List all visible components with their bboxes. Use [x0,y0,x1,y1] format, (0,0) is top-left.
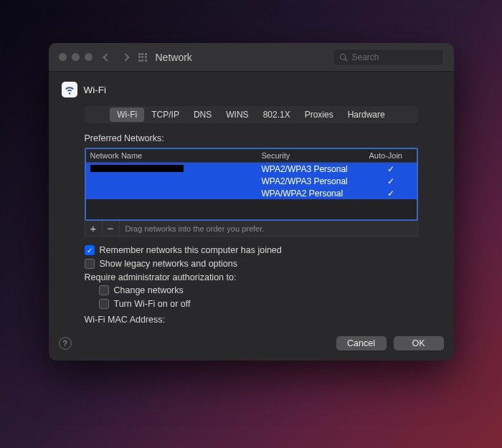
table-row[interactable]: WPA2/WPA3 Personal ✓ [86,175,417,187]
table-row[interactable]: WPA/WPA2 Personal ✓ [86,187,417,199]
page-header: Wi-Fi [62,82,441,97]
tab-hardware[interactable]: Hardware [341,108,392,122]
preferred-networks-table[interactable]: Network Name Security Auto-Join WPA2/WPA… [85,148,418,221]
minimize-window-button[interactable] [72,53,80,61]
ok-button[interactable]: OK [394,336,444,351]
change-networks-label: Change networks [114,285,184,295]
autojoin-checkbox[interactable]: ✓ [387,164,394,174]
tab-bar: Wi-Fi TCP/IP DNS WINS 802.1X Proxies Har… [85,106,418,123]
back-button[interactable] [103,53,110,61]
remember-networks-label: Remember networks this computer has join… [100,245,282,255]
remember-networks-row[interactable]: ✓ Remember networks this computer has jo… [85,245,418,255]
cancel-button[interactable]: Cancel [336,336,387,351]
legacy-networks-row[interactable]: Show legacy networks and options [85,259,418,269]
tab-dns[interactable]: DNS [186,108,219,122]
remove-network-button[interactable]: − [103,221,120,236]
change-networks-checkbox[interactable] [99,285,109,295]
nav-buttons [104,54,128,60]
page-title: Wi-Fi [84,85,106,95]
legacy-networks-checkbox[interactable] [85,259,95,269]
svg-line-1 [345,59,347,61]
network-name-redacted [90,165,184,172]
column-auto-join[interactable]: Auto-Join [369,151,412,160]
mac-address-row: Wi-Fi MAC Address: [85,315,418,325]
remember-networks-checkbox[interactable]: ✓ [85,245,95,255]
turn-wifi-row[interactable]: Turn Wi-Fi on or off [99,299,418,309]
table-header: Network Name Security Auto-Join [86,149,417,163]
tab-8021x[interactable]: 802.1X [256,108,298,122]
search-icon [339,53,348,62]
window-title: Network [156,52,333,63]
legacy-networks-label: Show legacy networks and options [100,259,237,269]
column-network-name[interactable]: Network Name [90,151,262,160]
close-window-button[interactable] [59,53,67,61]
security-cell: WPA/WPA2 Personal [262,189,369,199]
autojoin-checkbox[interactable]: ✓ [387,176,394,186]
forward-button[interactable] [121,53,129,61]
search-placeholder: Search [352,52,379,62]
turn-wifi-label: Turn Wi-Fi on or off [114,299,191,309]
svg-point-0 [340,54,346,59]
security-cell: WPA2/WPA3 Personal [262,176,369,186]
titlebar: Network Search [49,43,454,72]
options-group: ✓ Remember networks this computer has jo… [85,245,418,325]
add-network-button[interactable]: + [85,221,103,236]
tab-wifi[interactable]: Wi-Fi [110,108,144,122]
security-cell: WPA2/WPA3 Personal [262,164,369,174]
autojoin-checkbox[interactable]: ✓ [387,189,394,199]
tab-tcpip[interactable]: TCP/IP [144,108,186,122]
content-area: Wi-Fi Wi-Fi TCP/IP DNS WINS 802.1X Proxi… [49,72,454,336]
table-row[interactable]: WPA2/WPA3 Personal ✓ [86,163,417,175]
zoom-window-button[interactable] [85,53,93,61]
wifi-icon [62,82,77,97]
traffic-lights [59,53,93,61]
show-all-icon[interactable] [138,53,147,62]
table-body: WPA2/WPA3 Personal ✓ WPA2/WPA3 Personal … [86,163,417,219]
table-empty-area [86,199,417,219]
column-security[interactable]: Security [262,151,369,160]
turn-wifi-checkbox[interactable] [99,299,109,309]
main-panel: Preferred Networks: Network Name Securit… [62,133,441,325]
tab-proxies[interactable]: Proxies [298,108,341,122]
reorder-hint: Drag networks into the order you prefer. [120,224,265,233]
add-remove-bar: + − Drag networks into the order you pre… [85,221,418,237]
help-button[interactable]: ? [59,337,72,350]
mac-address-label: Wi-Fi MAC Address: [85,315,166,325]
preferences-window: Network Search Wi-Fi Wi-Fi TCP/IP DNS WI… [49,43,454,361]
change-networks-row[interactable]: Change networks [99,285,418,295]
tab-wins[interactable]: WINS [219,108,255,122]
require-admin-label: Require administrator authorization to: [85,272,418,282]
preferred-networks-label: Preferred Networks: [85,133,418,143]
footer: ? Cancel OK [49,336,454,361]
search-field[interactable]: Search [333,49,444,66]
